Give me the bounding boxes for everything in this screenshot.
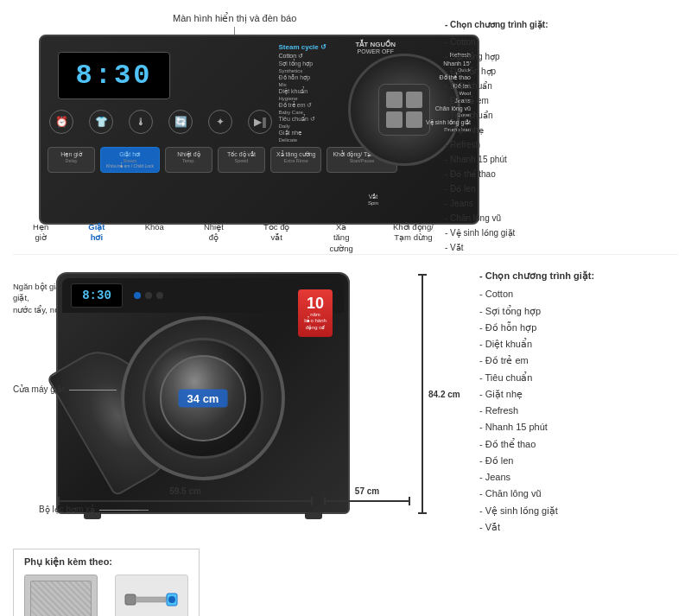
accessory-tray: Tấm chắn chuột — [24, 575, 98, 616]
list-jeans: - Jeans — [479, 469, 678, 486]
program-giat-nhe: - Giặt nhẹ — [445, 123, 678, 137]
list-ve-sinh-long: - Vệ sinh lồng giặt — [479, 503, 678, 519]
main-container: Màn hình hiển thị và đèn báo 8:30 ⏰ 👕 🌡 … — [0, 0, 691, 616]
foot-right — [305, 512, 322, 519]
hose-image — [115, 575, 188, 616]
cua-may-giat-label: Cửa máy giặt — [13, 384, 65, 394]
program-do-hon-hop: - Đồ hỗn hợp — [445, 64, 678, 79]
label-nhiet-do: Nhiệtđộ — [204, 222, 224, 254]
programs-title: - Chọn chương trình giặt: — [445, 17, 678, 32]
hose-svg — [124, 581, 180, 617]
wash-programs-panel: - Chọn chương trình giặt: - Cotton - Sợi… — [445, 17, 678, 255]
label-toc-do: Tốc độvắt — [263, 222, 289, 254]
machine-top-display: 8:30 — [71, 283, 123, 308]
dial-dot-4 — [406, 111, 422, 128]
control-buttons-row: Hẹn giờ Delay Giặt hơi Steam Khóa trẻ em… — [48, 147, 397, 173]
list-tieu-chuan: - Tiêu chuẩn — [479, 370, 678, 386]
programs-list: - Cotton - Sợi tổng hợp - Đồ hỗn hợp - D… — [445, 35, 678, 255]
steam-cycle-labels: Steam cycle ↺ Cotton ↺ Sợi tổng hợpSynth… — [279, 43, 326, 143]
program-nhanh-15: - Nhanh 15 phút — [445, 152, 678, 167]
hen-gio-btn[interactable]: Hẹn giờ Delay — [48, 147, 95, 173]
program-diet-khuan: - Diệt khuẩn — [445, 79, 678, 93]
machine-display: 8:30 — [58, 52, 170, 99]
label-khoi-dong: Khởi động/Tạm dừng — [393, 222, 434, 254]
accessory-hose: Ống cấp nước — [115, 575, 188, 616]
door-glass: 34 cm — [143, 338, 263, 459]
list-cotton: - Cotton — [479, 286, 678, 302]
dial-dot-3 — [386, 111, 403, 128]
accessories-section: Phụ kiện kèm theo: Tấm chắn chuột — [13, 549, 200, 616]
dial-dot-1 — [386, 92, 403, 108]
dial-inner — [378, 84, 430, 136]
dial-dot-2 — [406, 92, 422, 108]
machine-section: Ngăn bột giặt/nước giặt, nước tẩy, nước … — [13, 264, 678, 540]
height-dimension-line: 84.2 cm — [422, 274, 423, 514]
svg-rect-0 — [125, 594, 136, 605]
label-xa: Xảtăngcường — [330, 222, 353, 254]
machine-outer: 8:30 — [56, 272, 350, 514]
list-vat: - Vắt — [479, 519, 678, 536]
list-do-len: - Đồ len — [479, 453, 678, 469]
list-diet-khuan: - Diệt khuẩn — [479, 336, 678, 352]
accessories-title: Phụ kiện kèm theo: — [24, 556, 188, 568]
play-icon: ▶‖ — [248, 110, 272, 134]
list-nhanh-15: - Nhanh 15 phút — [479, 419, 678, 435]
svg-point-3 — [168, 596, 175, 603]
vat-label: Vắt Spin — [368, 194, 378, 206]
list-do-hon-hop: - Đồ hỗn hợp — [479, 320, 678, 336]
nhiet-do-btn[interactable]: Nhiệt độ Temp. — [165, 147, 212, 173]
program-vat: - Vắt — [445, 240, 678, 255]
door-size-label: 34 cm — [179, 389, 228, 407]
program-ve-sinh-long: - Vệ sinh lồng giặt — [445, 225, 678, 240]
program-do-len: - Đồ len — [445, 181, 678, 196]
clock-icon: ⏰ — [49, 110, 73, 134]
program-do-the-thao: - Đồ thể thao — [445, 167, 678, 181]
xa-tang-btn[interactable]: Xả tăng cường Extra Rinse — [270, 147, 321, 173]
programs-list-title: - Chọn chương trình giặt: — [479, 268, 678, 284]
machine-body: 8:30 — [56, 272, 350, 514]
giat-hoi-btn[interactable]: Giặt hơi Steam Khóa trẻ em / Child Lock — [100, 147, 160, 173]
panel-icons-row: ⏰ 👕 🌡 🔄 ✦ ▶‖ — [49, 110, 272, 134]
label-khoa: Khóa — [145, 222, 164, 254]
temp-icon: 🌡 — [129, 110, 153, 134]
program-jeans: - Jeans — [445, 196, 678, 211]
right-info-section: - Chọn chương trình giặt: - Cotton - Sợi… — [471, 264, 678, 540]
indicator-lights — [134, 292, 163, 299]
program-chan-long-vu: - Chăn lông vũ — [445, 211, 678, 225]
right-programs-list: - Chọn chương trình giặt: - Cotton - Sợi… — [479, 268, 678, 536]
svg-rect-1 — [136, 597, 166, 602]
program-do-tre-em: - Đồ trẻ em — [445, 93, 678, 108]
accessories-items: Tấm chắn chuột Ống cấp nước — [24, 575, 188, 616]
label-hen-gio: Hẹngiờ — [33, 222, 48, 254]
control-panel-section: Màn hình hiển thị và đèn báo 8:30 ⏰ 👕 🌡 … — [13, 9, 678, 255]
width-dimension: 59.5 cm — [58, 497, 313, 505]
star-icon: ✦ — [208, 110, 232, 134]
list-do-tre-em: - Đồ trẻ em — [479, 352, 678, 369]
power-off-label: TẮT NGUỒN POWER OFF — [355, 41, 396, 54]
side-dimension: 57 cm — [324, 497, 410, 505]
program-refresh: - Refresh — [445, 137, 678, 152]
list-refresh: - Refresh — [479, 403, 678, 419]
list-chan-long-vu: - Chăn lông vũ — [479, 486, 678, 502]
machine-feet — [84, 512, 322, 519]
program-cotton: - Cotton — [445, 35, 678, 49]
shirt-icon: 👕 — [89, 110, 113, 134]
tray-image — [24, 575, 98, 616]
list-soi-tong-hop: - Sợi tổng hợp — [479, 303, 678, 320]
machine-door-area: 34 cm — [121, 316, 285, 480]
display-text: 8:30 — [76, 60, 153, 92]
door-ring: 34 cm — [121, 316, 285, 480]
machine-display-text: 8:30 — [82, 289, 111, 302]
list-do-the-thao: - Đồ thể thao — [479, 436, 678, 453]
control-panel-image: 8:30 ⏰ 👕 🌡 🔄 ✦ ▶‖ Hẹn giờ Delay Giặt hơi — [39, 35, 479, 225]
program-tieu-chuan: - Tiêu chuẩn — [445, 108, 678, 123]
program-soi-tong-hop: - Sợi tổng hợp — [445, 49, 678, 64]
label-giat-hoi: Giặthơi — [88, 222, 105, 254]
bottom-label-row: Hẹngiờ Giặthơi Khóa Nhiệtđộ Tốc độvắt Xả… — [13, 222, 453, 254]
toc-do-btn[interactable]: Tốc độ vắt Speed — [218, 147, 265, 173]
bo-loc-label: Bộ lọc bơm xả — [39, 505, 95, 514]
list-giat-nhe: - Giặt nhẹ — [479, 386, 678, 403]
machine-area: Ngăn bột giặt/nước giặt, nước tẩy, nước … — [13, 264, 462, 540]
spin-icon: 🔄 — [168, 110, 193, 134]
warranty-badge: 10 nămbảo hànhđộng cơ — [298, 289, 333, 337]
